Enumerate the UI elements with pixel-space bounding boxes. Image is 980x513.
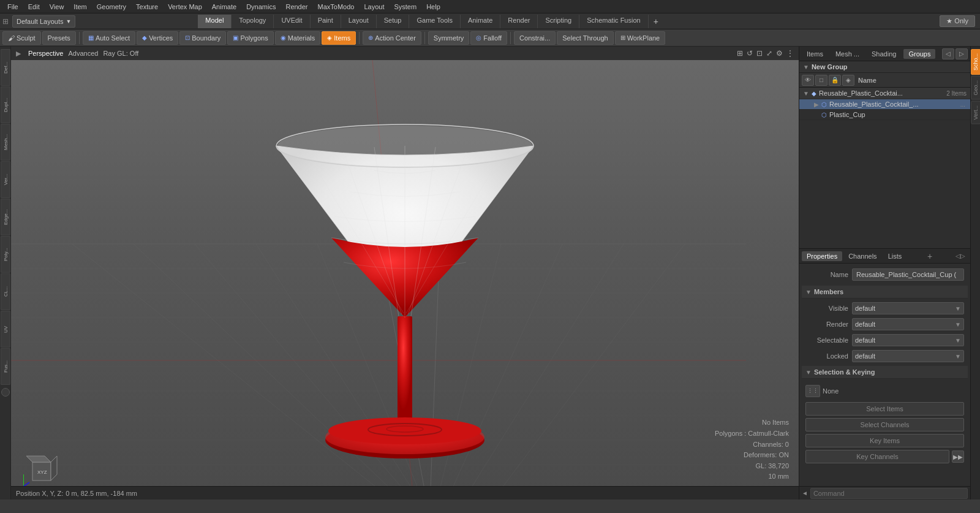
constraints-button[interactable]: Constrai...: [514, 31, 556, 45]
tab-game-tools[interactable]: Game Tools: [409, 15, 461, 28]
menu-render[interactable]: Render: [281, 2, 312, 12]
tab-scripting[interactable]: Scripting: [538, 15, 579, 28]
locked-select[interactable]: default ▼: [852, 350, 964, 362]
tree-item-cocktail[interactable]: ▶ ⬡ Reusable_Plastic_Cocktail_... ...: [799, 99, 970, 110]
group-header-reusable[interactable]: ▼ ◆ Reusable_Plastic_Cocktai... 2 Items: [799, 88, 970, 99]
add-tab-button[interactable]: +: [925, 251, 935, 261]
selectable-select[interactable]: default ▼: [852, 334, 964, 346]
name-input[interactable]: [852, 268, 964, 281]
items-tool-render[interactable]: □: [815, 75, 827, 86]
presets-button[interactable]: Presets: [42, 31, 76, 45]
visible-select[interactable]: default ▼: [852, 302, 964, 314]
auto-select-button[interactable]: ▦ Auto Select: [83, 31, 135, 45]
default-layouts-dropdown[interactable]: Default Layouts ▼: [12, 15, 75, 28]
left-tool-circle[interactable]: [1, 388, 10, 397]
viewport-icon-maximize[interactable]: ⤢: [766, 49, 772, 58]
edge-tab-scho[interactable]: Scho...: [971, 49, 981, 75]
items-tool-select[interactable]: ◈: [842, 75, 854, 86]
props-panel-expand[interactable]: ◁▷: [953, 253, 968, 259]
viewport-icon-more[interactable]: ⋮: [786, 49, 794, 58]
item-expand-arrow[interactable]: ▶: [814, 101, 819, 108]
viewport-icon-rotate[interactable]: ↺: [747, 49, 753, 58]
menu-edit[interactable]: Edit: [23, 2, 45, 12]
items-tool-visible[interactable]: 👁: [802, 75, 814, 86]
left-tool-uv[interactable]: UV: [1, 311, 10, 348]
tree-item-cup[interactable]: ▶ ⬡ Plastic_Cup: [799, 110, 970, 120]
tab-schematic-fusion[interactable]: Schematic Fusion: [579, 15, 648, 28]
menu-dynamics[interactable]: Dynamics: [241, 2, 281, 12]
items-panel-collapse[interactable]: ▷: [956, 48, 968, 59]
menu-item[interactable]: Item: [69, 2, 91, 12]
menu-texture[interactable]: Texture: [131, 2, 163, 12]
key-channels-arrow-btn[interactable]: ▶▶: [952, 450, 964, 463]
viewport-expand-arrow[interactable]: ▶: [16, 50, 21, 58]
members-section-header[interactable]: ▼ Members: [802, 286, 968, 298]
nav-cube[interactable]: XYZ: [23, 453, 60, 490]
tab-model[interactable]: Model: [198, 15, 232, 28]
viewport-icon-settings[interactable]: ⚙: [776, 49, 783, 58]
cmd-arrow-left[interactable]: ◄: [802, 490, 808, 496]
items-button[interactable]: ◈ Items: [322, 31, 356, 45]
left-tool-mesh[interactable]: Mesh...: [1, 124, 10, 161]
menu-layout[interactable]: Layout: [359, 2, 389, 12]
left-tool-edge[interactable]: Edge...: [1, 199, 10, 235]
menu-maxtomodo[interactable]: MaxToModo: [313, 2, 360, 12]
tab-render[interactable]: Render: [500, 15, 538, 28]
command-input[interactable]: [810, 488, 968, 499]
menu-vertex-map[interactable]: Vertex Map: [163, 2, 207, 12]
left-tool-dupl[interactable]: Dupl...: [1, 86, 10, 123]
item-dots[interactable]: ...: [960, 101, 965, 108]
menu-file[interactable]: File: [2, 2, 23, 12]
items-panel-expand[interactable]: ◁: [942, 48, 954, 59]
render-select[interactable]: default ▼: [852, 318, 964, 330]
edge-tab-geo[interactable]: Geo...: [971, 76, 981, 100]
tab-topology[interactable]: Topology: [232, 15, 274, 28]
new-group-dropdown[interactable]: ▼: [803, 64, 809, 70]
edge-tab-vert[interactable]: Vert...: [971, 101, 981, 124]
left-tool-poly[interactable]: Poly...: [1, 236, 10, 273]
menu-geometry[interactable]: Geometry: [92, 2, 131, 12]
menu-system[interactable]: System: [389, 2, 421, 12]
layout-icon[interactable]: ⊞: [2, 17, 9, 26]
select-items-button[interactable]: Select Items: [805, 402, 964, 416]
items-tab-groups[interactable]: Groups: [903, 49, 935, 59]
falloff-button[interactable]: ◎ Falloff: [470, 31, 507, 45]
tab-uvedit[interactable]: UVEdit: [274, 15, 310, 28]
select-channels-button[interactable]: Select Channels: [805, 418, 964, 431]
items-tab-items[interactable]: Items: [802, 49, 828, 59]
key-grid-icon[interactable]: ⋮⋮: [805, 385, 820, 397]
materials-button[interactable]: ◉ Materials: [275, 31, 321, 45]
left-tool-def[interactable]: Def...: [1, 49, 10, 86]
tab-layout[interactable]: Layout: [341, 15, 377, 28]
viewport-icon-fit[interactable]: ⊡: [756, 49, 763, 58]
only-button[interactable]: ★ Only: [940, 15, 975, 27]
tab-lists[interactable]: Lists: [883, 251, 907, 261]
select-through-button[interactable]: Select Through: [557, 31, 613, 45]
viewport-icon-grid[interactable]: ⊞: [737, 49, 743, 58]
boundary-button[interactable]: ⊡ Boundary: [179, 31, 226, 45]
left-tool-ver[interactable]: Ver...: [1, 161, 10, 198]
group-expand-icon[interactable]: ▼: [803, 90, 809, 97]
left-tool-cl[interactable]: CL...: [1, 273, 10, 310]
menu-view[interactable]: View: [45, 2, 69, 12]
left-tool-fus[interactable]: Fus...: [1, 348, 10, 385]
menu-animate[interactable]: Animate: [207, 2, 241, 12]
workplane-button[interactable]: ⊞ WorkPlane: [615, 31, 666, 45]
viewport[interactable]: ▶ Perspective Advanced Ray GL: Off ⊞ ↺ ⊡…: [11, 47, 799, 500]
polygons-button[interactable]: ▣ Polygons: [227, 31, 273, 45]
vertices-button[interactable]: ◆ Vertices: [137, 31, 178, 45]
menu-help[interactable]: Help: [421, 2, 445, 12]
sculpt-button[interactable]: 🖌 Sculpt: [2, 31, 41, 45]
key-channels-button[interactable]: Key Channels: [805, 450, 949, 463]
tab-setup[interactable]: Setup: [377, 15, 410, 28]
items-tool-lock[interactable]: 🔒: [829, 75, 841, 86]
key-items-button[interactable]: Key Items: [805, 434, 964, 447]
items-tab-shading[interactable]: Shading: [867, 49, 901, 59]
tab-channels[interactable]: Channels: [843, 251, 881, 261]
items-tab-mesh[interactable]: Mesh ...: [831, 49, 864, 59]
add-layout-button[interactable]: +: [649, 15, 663, 28]
tab-paint[interactable]: Paint: [311, 15, 341, 28]
tab-animate[interactable]: Animate: [461, 15, 500, 28]
action-center-button[interactable]: ⊕ Action Center: [363, 31, 421, 45]
selection-keying-section-header[interactable]: ▼ Selection & Keying: [802, 366, 968, 379]
